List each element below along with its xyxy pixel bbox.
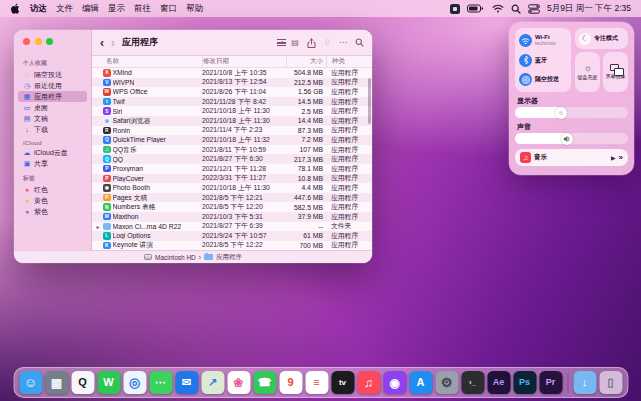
menu-item-3[interactable]: 显示 [108,3,125,15]
zoom-button[interactable] [46,38,53,45]
dock-settings-icon[interactable]: ⚙ [435,371,458,394]
file-row-playcover[interactable]: PPlayCover2022/3/31 下午 11:2710.8 MB应用程序 [92,174,372,184]
menu-item-4[interactable]: 前往 [134,3,151,15]
close-button[interactable] [23,38,30,45]
column-kind[interactable]: 种类 [326,56,372,67]
sidebar-item-tag-red[interactable]: ●红色 [18,184,87,195]
more-actions-icon[interactable]: ⋯ [339,38,347,47]
menu-item-0[interactable]: 访达 [30,3,47,15]
path-volume[interactable]: Macintosh HD [155,254,196,261]
path-folder[interactable]: 应用程序 [216,253,242,262]
dock-terminal-icon[interactable]: ›_ [461,371,484,394]
file-row-pages[interactable]: PPages 文稿2021/8/5 下午 12:21447.6 MB应用程序 [92,193,372,203]
play-icon[interactable]: ▶ [611,154,616,161]
sidebar-item-airdrop[interactable]: ◌隔空投送 [18,69,87,80]
dock-calendar-icon[interactable]: 9 [279,371,302,394]
dock-photos-icon[interactable]: ❀ [227,371,250,394]
column-date[interactable]: 修改日期 [202,56,286,67]
sidebar-item-recents[interactable]: ◷最近使用 [18,80,87,91]
file-row-siri[interactable]: SSiri2021/10/18 上午 11:302.5 MB应用程序 [92,106,372,116]
dock-appstore-icon[interactable]: A [409,371,432,394]
minimize-button[interactable] [35,38,42,45]
file-row-xmind[interactable]: XXMind2021/10/8 上午 10:35504.8 MB应用程序 [92,68,372,78]
file-row-qq-music[interactable]: ♫QQ音乐2021/8/11 下午 10:59107 MB应用程序 [92,145,372,155]
screen-mirroring-tile[interactable]: 屏幕镜像 [603,52,628,92]
dock-messages-icon[interactable]: ⋯ [149,371,172,394]
sidebar-item-icloud-drive[interactable]: ☁iCloud云盘 [18,147,87,158]
dock-facetime-icon[interactable]: ☎ [253,371,276,394]
file-row-keynote[interactable]: KKeynote 讲演2021/8/5 下午 12:22700 MB应用程序 [92,241,372,250]
wifi-icon[interactable] [492,4,504,13]
sidebar-item-tag-yellow[interactable]: ●黄色 [18,195,87,206]
menu-item-6[interactable]: 帮助 [186,3,203,15]
music-widget[interactable]: ♫ 音乐 ▶ » [515,149,628,166]
file-row-wivpn[interactable]: VWiVPN2021/8/13 下午 12:54212.5 MB应用程序 [92,78,372,88]
wifi-toggle[interactable]: Wi-Fitechmiws [519,31,567,50]
tag-icon[interactable]: ♢ [324,38,331,47]
search-icon[interactable] [355,38,364,47]
file-row-maxthon[interactable]: MMaxthon2021/10/3 下午 5:3137.9 MB应用程序 [92,212,372,222]
sound-slider-thumb[interactable] [561,133,573,145]
apple-menu-icon[interactable] [10,2,21,15]
forward-button[interactable]: › [111,37,115,49]
column-name[interactable]: 名称 [92,56,202,67]
sidebar-item-applications[interactable]: ▦应用程序 [18,91,87,102]
menu-item-2[interactable]: 编辑 [82,3,99,15]
dock-qq-icon[interactable]: Q [71,371,94,394]
dock-podcasts-icon[interactable]: ◉ [383,371,406,394]
display-brightness-slider[interactable]: ☼ [515,107,628,118]
file-row-photo-booth[interactable]: ◉Photo Booth2021/10/18 上午 11:304.4 MB应用程… [92,183,372,193]
dock-after-effects-icon[interactable]: Ae [487,371,510,394]
dock-wechat-icon[interactable]: W [97,371,120,394]
airdrop-toggle[interactable]: 隔空投送 [519,70,567,89]
menu-bar-clock[interactable]: 5月9日 周一 下午 2:35 [547,3,631,15]
menu-item-1[interactable]: 文件 [56,3,73,15]
file-row-twif[interactable]: tTwif2021/11/28 下午 8:4214.5 MB应用程序 [92,97,372,107]
column-size[interactable]: 大小 [286,56,326,67]
sidebar-item-tag-purple[interactable]: ●紫色 [18,206,87,217]
file-row-numbers[interactable]: NNumbers 表格2021/8/5 下午 12:20582.5 MB应用程序 [92,202,372,212]
dock-maps-icon[interactable]: ↗ [201,371,224,394]
dock-music-icon[interactable]: ♫ [357,371,380,394]
file-size: 87.3 MB [286,127,326,134]
dock-mail-icon[interactable]: ✉ [175,371,198,394]
sidebar-item-downloads[interactable]: ↓下载 [18,124,87,135]
dock-reminders-icon[interactable]: ≡ [305,371,328,394]
dock-photoshop-icon[interactable]: Ps [513,371,536,394]
file-row-wps-office[interactable]: WWPS Office2021/8/26 下午 11:041.56 GB应用程序 [92,87,372,97]
view-list-icon[interactable]: ˇ [277,39,283,46]
dock-launchpad-icon[interactable]: ▦ [45,371,68,394]
dock-finder-icon[interactable]: ☺ [19,371,42,394]
battery-icon[interactable] [467,4,485,13]
file-row-safari[interactable]: ◎Safari浏览器2021/10/18 上午 11:3014.4 MB应用程序 [92,116,372,126]
file-row-maxon-cinema-4d[interactable]: ▸Maxon Ci...ma 4D R222021/8/27 下午 6:39--… [92,222,372,232]
dock-tv-icon[interactable]: tv [331,371,354,394]
sidebar-item-shared[interactable]: ▣共享 [18,158,87,169]
dock-safari-icon[interactable]: ◎ [123,371,146,394]
file-row-qq[interactable]: QQQ2021/8/27 下午 6:30217.3 MB应用程序 [92,154,372,164]
dock-trash-icon[interactable]: ▯ [599,371,622,394]
control-center-icon[interactable] [528,4,540,14]
dock-premiere-icon[interactable]: Pr [539,371,562,394]
dock-downloads-icon[interactable]: ↓ [573,371,596,394]
sidebar-item-desktop[interactable]: ▭桌面 [18,102,87,113]
next-track-icon[interactable]: » [619,153,623,162]
menubar-app-icon[interactable] [450,4,460,14]
file-row-quicktime-player[interactable]: QQuickTime Player2021/10/18 上午 11:327.2 … [92,135,372,145]
file-row-logi-options[interactable]: LLogi Options2021/9/24 下午 10:5761 MB应用程序 [92,231,372,241]
back-button[interactable]: ‹ [100,37,104,49]
keyboard-brightness-tile[interactable]: ☼ 键盘亮度 [575,52,600,92]
focus-mode-tile[interactable]: ☾ 专注模式 [575,28,628,49]
sound-volume-slider[interactable] [515,133,628,144]
view-group-icon[interactable]: ▤ [291,38,299,47]
display-slider-thumb[interactable]: ☼ [555,107,567,119]
file-row-ronin[interactable]: RRonin2021/11/4 下午 2:2387.3 MB应用程序 [92,126,372,136]
share-icon[interactable] [307,38,316,48]
spotlight-icon[interactable] [511,4,521,14]
scrollbar[interactable] [368,78,371,124]
sidebar-item-documents[interactable]: ▤文稿 [18,113,87,124]
file-row-proxyman[interactable]: PProxyman2021/12/1 下午 11:2878.1 MB应用程序 [92,164,372,174]
menu-item-5[interactable]: 窗口 [160,3,177,15]
disclosure-triangle[interactable]: ▸ [95,223,101,230]
bluetooth-toggle[interactable]: 蓝牙 [519,51,567,70]
